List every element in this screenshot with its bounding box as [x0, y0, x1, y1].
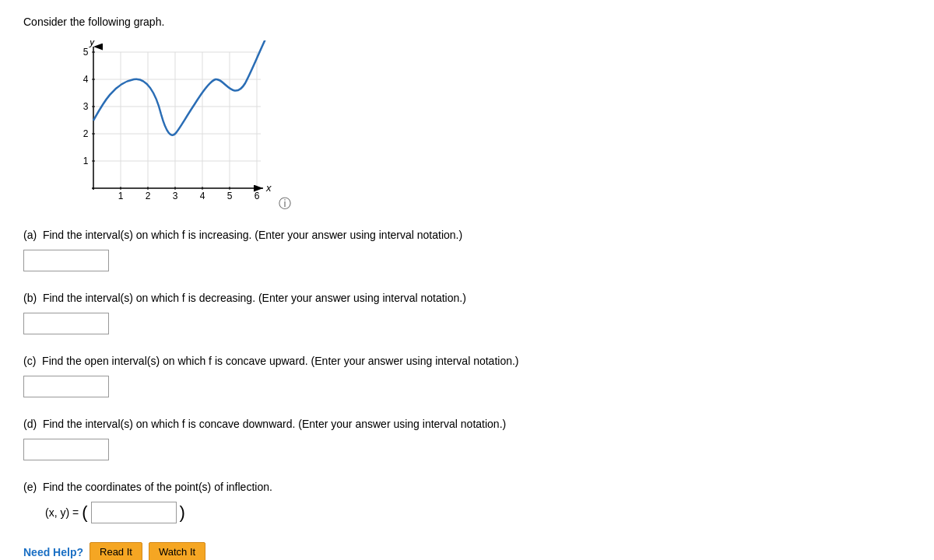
svg-text:1: 1 — [83, 156, 89, 166]
inflection-sub-label: (x, y) = — [45, 506, 79, 519]
answer-c-input[interactable] — [23, 376, 109, 397]
watch-it-button[interactable]: Watch It — [149, 542, 205, 560]
answer-a-input[interactable] — [23, 250, 109, 271]
help-row: Need Help? Read It Watch It — [23, 542, 911, 560]
answer-b-input[interactable] — [23, 313, 109, 334]
question-a-text: Find the interval(s) on which f is incre… — [43, 229, 462, 241]
close-paren: ) — [180, 504, 185, 521]
svg-text:5: 5 — [227, 191, 233, 201]
question-b-block: (b) Find the interval(s) on which f is d… — [23, 290, 911, 334]
open-paren: ( — [82, 504, 87, 521]
question-a-label: (a) Find the interval(s) on which f is i… — [23, 227, 911, 243]
need-help-label: Need Help? — [23, 546, 83, 558]
question-c-label: (c) Find the open interval(s) on which f… — [23, 353, 911, 369]
question-e-text: Find the coordinates of the point(s) of … — [43, 481, 272, 493]
svg-text:6: 6 — [255, 191, 260, 201]
svg-text:4: 4 — [83, 74, 89, 85]
svg-text:1: 1 — [118, 191, 124, 201]
question-d-label: (d) Find the interval(s) on which f is c… — [23, 416, 911, 432]
answer-e-input[interactable] — [91, 502, 177, 523]
question-d-text: Find the interval(s) on which f is conca… — [43, 418, 506, 430]
read-it-button[interactable]: Read It — [90, 542, 142, 560]
svg-text:4: 4 — [200, 191, 205, 201]
svg-text:2: 2 — [83, 128, 89, 139]
question-e-label: (e) Find the coordinates of the point(s)… — [23, 479, 911, 495]
question-b-text: Find the interval(s) on which f is decre… — [43, 292, 466, 304]
info-icon[interactable]: ⓘ — [279, 196, 291, 212]
svg-text:3: 3 — [173, 191, 178, 201]
answer-d-input[interactable] — [23, 439, 109, 460]
graph-svg: 1 2 3 4 5 6 1 2 3 4 5 x y — [54, 40, 272, 219]
svg-text:y: y — [89, 40, 96, 47]
question-c-text: Find the open interval(s) on which f is … — [42, 355, 518, 367]
svg-text:2: 2 — [146, 191, 151, 201]
svg-text:5: 5 — [83, 47, 89, 58]
question-e-block: (e) Find the coordinates of the point(s)… — [23, 479, 911, 523]
svg-text:x: x — [265, 182, 272, 194]
graph-container: 1 2 3 4 5 6 1 2 3 4 5 x y — [23, 40, 911, 219]
question-d-block: (d) Find the interval(s) on which f is c… — [23, 416, 911, 460]
graph-area: 1 2 3 4 5 6 1 2 3 4 5 x y — [54, 40, 272, 219]
page-intro: Consider the following graph. — [23, 16, 911, 28]
inflection-row: (x, y) = ( ) — [45, 502, 911, 523]
question-b-label: (b) Find the interval(s) on which f is d… — [23, 290, 911, 306]
question-a-block: (a) Find the interval(s) on which f is i… — [23, 227, 911, 271]
question-c-block: (c) Find the open interval(s) on which f… — [23, 353, 911, 397]
svg-text:3: 3 — [83, 101, 89, 112]
